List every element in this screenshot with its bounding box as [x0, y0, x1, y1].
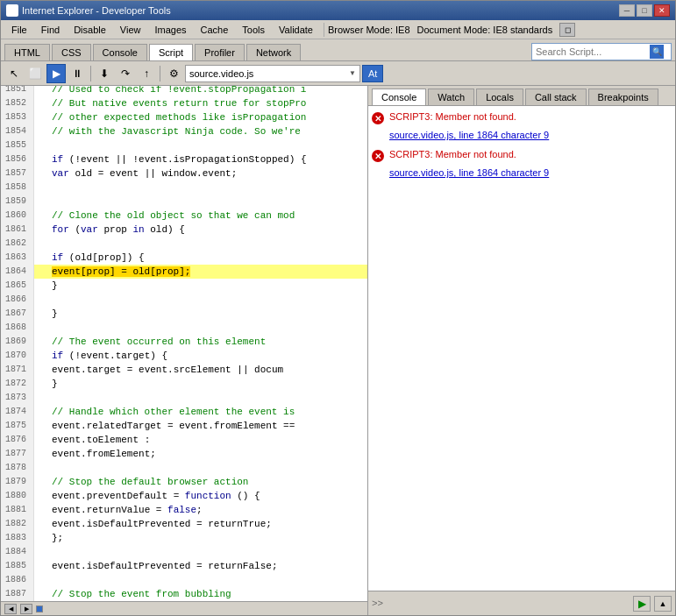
right-tab-callstack[interactable]: Call stack: [525, 89, 587, 105]
line-number: 1869: [1, 335, 34, 349]
search-input[interactable]: [536, 46, 650, 57]
table-row: 1864 event[prop] = old[prop];: [1, 265, 367, 279]
line-number: 1872: [1, 377, 34, 391]
line-number: 1854: [1, 124, 34, 138]
menu-cache[interactable]: Cache: [194, 23, 236, 37]
search-button[interactable]: 🔍: [650, 45, 664, 59]
table-row: 1884: [1, 545, 367, 559]
scroll-right-button[interactable]: ▶: [20, 604, 32, 614]
console-run-button[interactable]: ▶: [633, 596, 651, 612]
tab-console[interactable]: Console: [93, 44, 147, 60]
line-code: }: [48, 377, 58, 391]
error-link[interactable]: source.video.js, line 1864 character 9: [389, 167, 672, 178]
step-out-button[interactable]: ↑: [137, 64, 156, 83]
line-number: 1862: [1, 237, 34, 251]
menu-file[interactable]: File: [4, 23, 34, 37]
table-row: 1876 event.toElement :: [1, 433, 367, 447]
right-tab-breakpoints[interactable]: Breakpoints: [588, 89, 658, 105]
line-number: 1867: [1, 307, 34, 321]
table-row: 1858: [1, 181, 367, 195]
line-code: // with the Javascript Ninja code. So we…: [48, 124, 301, 138]
console-collapse-button[interactable]: ▲: [654, 596, 672, 612]
line-number: 1855: [1, 138, 34, 152]
line-number: 1861: [1, 223, 34, 237]
pointer-tool-button[interactable]: ↖: [4, 64, 24, 83]
error-message: SCRIPT3: Member not found.: [389, 149, 516, 159]
line-code: var old = event || window.event;: [48, 166, 237, 181]
line-number: 1885: [1, 559, 34, 573]
main-tab-bar: HTML CSS Console Script Profiler Network…: [1, 39, 675, 61]
right-panel: Console Watch Locals Call stack Breakpoi…: [368, 86, 675, 615]
line-number: 1871: [1, 363, 34, 377]
table-row: 1873: [1, 391, 367, 405]
line-number: 1883: [1, 531, 34, 545]
right-tab-watch[interactable]: Watch: [428, 89, 474, 105]
table-row: 1875 event.relatedTarget = event.fromEle…: [1, 419, 367, 433]
table-row: 1870 if (!event.target) {: [1, 349, 367, 363]
scroll-left-button[interactable]: ◀: [4, 604, 17, 614]
toolbar-separator-2: [160, 66, 160, 81]
line-code: if (!event.target) {: [48, 349, 167, 363]
line-number: 1878: [1, 461, 34, 475]
settings-button[interactable]: ⚙: [164, 64, 183, 83]
tab-css[interactable]: CSS: [52, 44, 91, 60]
line-code: event[prop] = old[prop];: [48, 265, 190, 279]
close-button[interactable]: ✕: [654, 4, 670, 17]
tab-html[interactable]: HTML: [4, 44, 50, 60]
line-number: 1886: [1, 573, 34, 587]
main-window: Internet Explorer - Developer Tools ─ □ …: [0, 0, 676, 616]
line-number: 1865: [1, 279, 34, 293]
line-number: 1879: [1, 475, 34, 489]
run-button[interactable]: ▶: [46, 64, 66, 83]
line-code: event.target = event.srcElement || docum: [48, 363, 283, 377]
table-row: 1863 if (old[prop]) {: [1, 251, 367, 265]
script-toolbar: ↖ ⬜ ▶ ⏸ ⬇ ↷ ↑ ⚙ source.video.js ▼ At: [1, 61, 675, 86]
panel-maximize-button[interactable]: ◻: [559, 23, 575, 37]
title-bar: Internet Explorer - Developer Tools ─ □ …: [1, 1, 675, 20]
line-code: if (!event || !event.isPropagationStoppe…: [48, 152, 307, 166]
table-row: 1865 }: [1, 279, 367, 293]
table-row: 1860 // Clone the old object so that we …: [1, 209, 367, 223]
right-tab-bar: Console Watch Locals Call stack Breakpoi…: [368, 86, 675, 106]
menu-disable[interactable]: Disable: [67, 23, 113, 37]
menu-validate[interactable]: Validate: [272, 23, 320, 37]
step-into-button[interactable]: ⬇: [95, 64, 114, 83]
code-bottom-bar: ◀ ▶: [1, 601, 367, 615]
tab-network[interactable]: Network: [246, 44, 301, 60]
line-number: 1874: [1, 405, 34, 419]
search-bar[interactable]: 🔍: [531, 43, 672, 60]
menu-find[interactable]: Find: [34, 23, 67, 37]
window-title: Internet Explorer - Developer Tools: [22, 5, 171, 16]
line-number: 1853: [1, 110, 34, 124]
minimize-button[interactable]: ─: [619, 4, 635, 17]
menu-tools[interactable]: Tools: [235, 23, 272, 37]
menu-images[interactable]: Images: [147, 23, 193, 37]
code-editor[interactable]: 1850 // Test if fixing up is needed1851 …: [1, 86, 367, 601]
line-number: 1875: [1, 419, 34, 433]
pause-button[interactable]: ⏸: [68, 64, 87, 83]
line-code: // Stop the event from bubbling: [48, 587, 231, 601]
at-breakpoint-button[interactable]: At: [362, 65, 383, 82]
error-group: ✕SCRIPT3: Member not found.source.video.…: [372, 110, 672, 140]
maximize-button[interactable]: □: [637, 4, 652, 17]
toolbar-separator-1: [90, 66, 91, 81]
line-number: 1880: [1, 489, 34, 503]
select-tool-button[interactable]: ⬜: [25, 64, 45, 83]
file-selector[interactable]: source.video.js ▼: [185, 65, 360, 82]
line-code: }: [48, 307, 58, 321]
line-code: // The event occurred on this element: [48, 335, 266, 349]
line-code: // other expected methods like isPropaga…: [48, 110, 306, 124]
tab-script[interactable]: Script: [149, 44, 193, 60]
line-code: }: [48, 279, 58, 293]
line-number: 1859: [1, 195, 34, 209]
window-controls[interactable]: ─ □ ✕: [619, 4, 670, 17]
menu-separator: [324, 23, 324, 37]
menu-view[interactable]: View: [113, 23, 148, 37]
tab-profiler[interactable]: Profiler: [195, 44, 245, 60]
right-tab-console[interactable]: Console: [372, 89, 426, 105]
error-link[interactable]: source.video.js, line 1864 character 9: [389, 130, 672, 140]
step-over-button[interactable]: ↷: [116, 64, 135, 83]
line-number: 1870: [1, 349, 34, 363]
right-tab-locals[interactable]: Locals: [476, 89, 523, 105]
table-row: 1854 // with the Javascript Ninja code. …: [1, 124, 367, 138]
